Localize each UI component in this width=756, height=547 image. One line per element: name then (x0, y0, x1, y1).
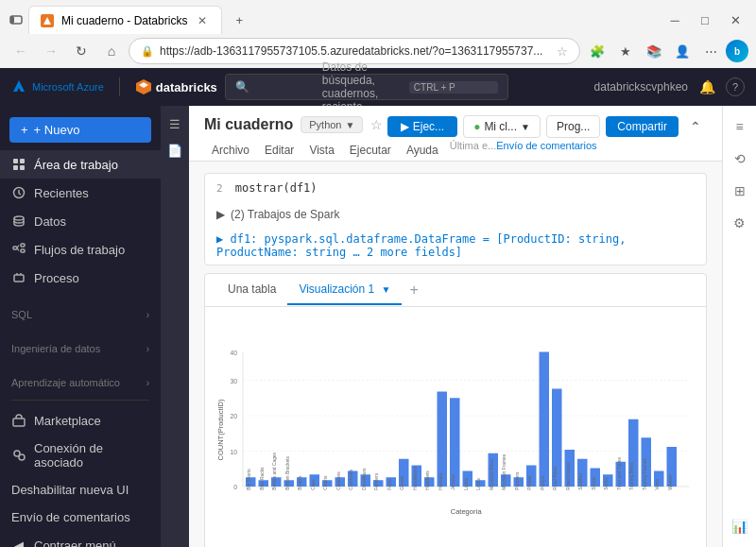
rail-icon-2[interactable]: 📄 (164, 140, 185, 161)
svg-text:Socks: Socks (604, 477, 609, 490)
svg-text:Cranksets: Cranksets (349, 469, 353, 489)
tab-bar: Mi cuaderno - Databricks ✕ + ─ □ ✕ (0, 0, 756, 34)
cell-output-text: 2 mostrar(df1) (205, 174, 706, 202)
chart-tabs: Una tabla Visualización 1 ▼ + (205, 274, 706, 307)
chart-tab-table[interactable]: Una tabla (216, 275, 287, 305)
language-badge[interactable]: Python ▼ (301, 116, 363, 133)
spark-jobs-row[interactable]: ▶ (2) Trabajos de Spark (205, 202, 706, 227)
workspace-icon (11, 157, 26, 172)
cluster-db-name: databrickscvphkeo (594, 80, 688, 94)
svg-rect-13 (21, 249, 25, 252)
notebook-title-row: Mi cuaderno Python ▼ ☆ (204, 116, 383, 133)
svg-text:Mountain Frames: Mountain Frames (502, 453, 507, 489)
chart-add-tab-button[interactable]: + (402, 274, 425, 306)
sidebar-section-engineering[interactable]: Ingeniería de datos › (0, 337, 161, 360)
chart-tab-viz[interactable]: Visualización 1 ▼ (287, 275, 402, 305)
marketplace-label: Marketplace (34, 414, 149, 428)
cluster-button[interactable]: ● Mi cl... ▼ (463, 115, 541, 138)
search-bar[interactable]: 🔍 Datos de búsqueda, cuadernos, reciente… (225, 74, 508, 100)
header-right: ▶ Ejec... ● Mi cl... ▼ Prog... Compart (387, 115, 707, 138)
toolbar-actions-row: Mi cuaderno Python ▼ ☆ ▶ Ejec... (204, 113, 707, 140)
sidebar-item-collapse[interactable]: ◀ Contraer menú (0, 531, 161, 547)
close-window-button[interactable]: ✕ (722, 7, 748, 33)
menu-view[interactable]: Vista (301, 140, 341, 161)
svg-text:Shorts: Shorts (592, 476, 596, 490)
chart-body: COUNT(ProductID) 10 20 30 40 (205, 307, 706, 547)
active-tab[interactable]: Mi cuaderno - Databricks ✕ (28, 6, 222, 34)
feedback-link[interactable]: Envío de comentarios (496, 140, 596, 161)
sidebar-section-ml[interactable]: Aprendizaje automático › (0, 371, 161, 394)
notebook-content: 2 mostrar(df1) ▶ (2) Trabajos de Spark ▶… (189, 162, 722, 547)
sidebar-item-workflows[interactable]: Flujos de trabajo (0, 235, 161, 264)
help-icon[interactable]: ? (726, 77, 745, 96)
run-button[interactable]: ▶ Ejec... (387, 116, 457, 137)
sidebar-item-partner[interactable]: Conexión de asociado (0, 435, 161, 476)
svg-text:Bottom Brackets: Bottom Brackets (285, 456, 290, 490)
tab-title: Mi cuaderno - Databricks (61, 14, 187, 27)
svg-line-14 (17, 246, 19, 248)
svg-marker-2 (43, 17, 51, 25)
rail-icon-1[interactable]: ☰ (164, 113, 185, 134)
cell-output-area: 2 mostrar(df1) ▶ (2) Trabajos de Spark ▶… (204, 173, 707, 265)
settings-icon[interactable]: ⋯ (697, 38, 724, 64)
right-panel-icon-3[interactable]: ⊞ (727, 178, 753, 204)
lock-icon: 🔒 (141, 45, 154, 58)
databricks-label: databricks (156, 80, 217, 94)
tab-close-button[interactable]: ✕ (195, 13, 210, 28)
tab-favicon (41, 14, 54, 27)
ml-chevron-icon: › (146, 378, 149, 388)
back-button[interactable]: ← (8, 38, 34, 64)
prog-button[interactable]: Prog... (546, 115, 600, 138)
minimize-button[interactable]: ─ (662, 7, 688, 33)
forward-button[interactable]: → (38, 38, 64, 64)
svg-rect-5 (13, 159, 18, 163)
content-area: Mi cuaderno Python ▼ ☆ ▶ Ejec... (189, 106, 722, 547)
sidebar-item-compute[interactable]: Proceso (0, 264, 161, 292)
right-panel-icon-1[interactable]: ≡ (727, 113, 753, 140)
right-panel-icon-settings[interactable]: ⚙ (727, 210, 753, 236)
extensions-icon[interactable]: 🧩 (584, 38, 610, 64)
menu-help[interactable]: Ayuda (399, 140, 446, 161)
bell-icon[interactable]: 🔔 (696, 76, 718, 98)
svg-line-15 (17, 248, 19, 251)
menu-file[interactable]: Archivo (204, 140, 257, 161)
chart-container: Una tabla Visualización 1 ▼ + COUNT(Prod… (204, 273, 707, 547)
sidebar-item-feedback[interactable]: Envío de comentarios (0, 504, 161, 531)
new-button[interactable]: + + Nuevo (9, 117, 151, 143)
top-bar: Microsoft Azure databricks 🔍 Datos de bú… (0, 68, 756, 106)
sidebar-item-marketplace[interactable]: Marketplace (0, 406, 161, 435)
account-icon[interactable]: 👤 (669, 38, 696, 64)
svg-text:Road Frames: Road Frames (566, 462, 571, 490)
collections-icon[interactable]: 📚 (641, 38, 667, 64)
plus-icon: + (21, 123, 28, 137)
main-layout: + + Nuevo Área de trabajo Recientes (0, 106, 756, 547)
new-tab-button[interactable]: + (226, 7, 252, 33)
favorite-star-icon[interactable]: ☆ (370, 117, 383, 132)
favorites-icon[interactable]: ★ (612, 38, 639, 64)
refresh-button[interactable]: ↻ (68, 38, 94, 64)
azure-logo: Microsoft Azure (11, 79, 104, 94)
sidebar-item-workspace[interactable]: Área de trabajo (0, 150, 161, 179)
last-edit-label: Última e... (450, 140, 497, 161)
sidebar-item-disable-ui[interactable]: Deshabilitar nueva UI (0, 476, 161, 504)
df-info-row[interactable]: ▶ df1: pyspark.sql.dataframe.DataFrame =… (205, 227, 706, 265)
svg-rect-1 (10, 16, 14, 24)
right-panel-icon-2[interactable]: ⟲ (727, 145, 753, 172)
menu-edit[interactable]: Editar (257, 140, 301, 161)
recents-icon (11, 185, 26, 200)
sidebar-data-label: Datos (34, 214, 149, 229)
sidebar-item-recents[interactable]: Recientes (0, 179, 161, 207)
svg-text:Headsets: Headsets (425, 470, 430, 490)
sidebar-section-sql[interactable]: SQL › (0, 303, 161, 326)
svg-rect-49 (450, 398, 460, 487)
svg-rect-12 (21, 244, 25, 247)
right-panel-icon-chart[interactable]: 📊 (727, 513, 753, 539)
collapse-header-button[interactable]: ⌃ (684, 115, 707, 138)
maximize-button[interactable]: □ (692, 7, 718, 33)
home-button[interactable]: ⌂ (98, 38, 125, 64)
menu-run[interactable]: Ejecutar (342, 140, 399, 161)
sidebar-item-data[interactable]: Datos (0, 207, 161, 235)
svg-text:Lights: Lights (464, 477, 469, 490)
star-addr-icon[interactable]: ☆ (557, 44, 568, 59)
share-button[interactable]: Compartir (606, 116, 679, 137)
